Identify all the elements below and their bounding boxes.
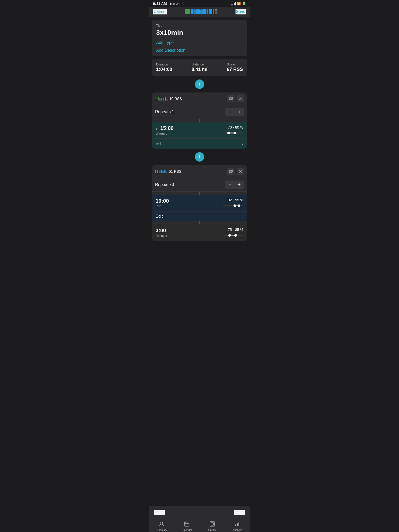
segment-rss-1: 51 RSS <box>169 169 181 174</box>
segment-block-0: 10 RSS ✕ Repeat x1 − + <box>152 92 247 149</box>
duration-value: 1:04:00 <box>156 67 172 72</box>
repeat-stepper-1: − + <box>225 181 244 189</box>
step-warmup: ⇄ 15:00 Warmup 70 - 80 % <box>152 122 247 149</box>
divider-between-steps <box>155 221 244 224</box>
save-button[interactable]: Save <box>235 9 246 15</box>
repeat-decrement-0-button[interactable]: − <box>225 108 235 116</box>
duplicate-segment-1-button[interactable] <box>227 168 235 175</box>
signal-icon <box>231 2 236 5</box>
segment-header-icons-0: ✕ <box>227 95 244 102</box>
repeat-row-0: Repeat x1 − + <box>152 105 247 119</box>
repeat-stepper-0: − + <box>225 108 244 116</box>
stat-duration: Duration 1:04:00 <box>156 63 172 72</box>
divider-0 <box>155 119 244 122</box>
step-run-slider[interactable] <box>223 205 243 206</box>
step-run-right: 92 - 95 % <box>223 198 243 206</box>
step-warmup-icon: ⇄ <box>156 126 159 130</box>
add-top-button[interactable]: + <box>195 79 204 89</box>
step-recover-left: 3:00 Recover <box>156 228 167 238</box>
add-description-button[interactable]: Add Description <box>156 48 243 53</box>
step-warmup-percent: 70 - 80 % <box>228 125 243 129</box>
stat-stress: Stress 67 RSS <box>227 63 243 72</box>
edit-warmup-row[interactable]: Edit › <box>152 138 247 149</box>
step-run-row: 10:00 Run 92 - 95 % <box>152 195 247 211</box>
segment-icon-1 <box>155 170 167 173</box>
stress-value: 67 RSS <box>227 67 243 72</box>
add-segment-top: + <box>149 76 250 92</box>
repeat-decrement-1-button[interactable]: − <box>225 181 235 189</box>
step-warmup-slider[interactable] <box>223 132 243 134</box>
segment-header-left-0: 10 RSS <box>155 97 182 101</box>
repeat-increment-1-button[interactable]: + <box>235 181 244 189</box>
segment-header-icons-1: ✕ <box>227 168 244 175</box>
workout-title[interactable]: 3x10min <box>156 29 243 37</box>
segment-rss-0: 10 RSS <box>169 97 182 101</box>
add-middle-button[interactable]: + <box>195 152 204 162</box>
divider-1 <box>155 192 244 195</box>
remove-segment-0-button[interactable]: ✕ <box>237 95 244 102</box>
add-type-button[interactable]: Add Type <box>156 40 243 45</box>
duplicate-segment-0-button[interactable] <box>227 95 235 102</box>
segment-header-left-1: 51 RSS <box>155 169 181 174</box>
step-recover: 3:00 Recover 75 - 85 % <box>152 224 247 241</box>
title-label: Title <box>156 24 243 28</box>
mini-bars-1 <box>157 170 167 173</box>
step-warmup-time: 15:00 <box>160 125 174 131</box>
step-run-type: Run <box>156 204 169 208</box>
step-run-time: 10:00 <box>156 198 169 204</box>
step-warmup-type: Warmup <box>156 132 174 135</box>
step-run: 10:00 Run 92 - 95 % Edit <box>152 195 247 221</box>
stress-label: Stress <box>227 63 243 66</box>
main-content: Title 3x10min Add Type Add Description D… <box>149 17 250 288</box>
edit-run-row[interactable]: Edit › <box>152 211 247 221</box>
edit-run-label: Edit <box>156 214 163 219</box>
mini-bars-0 <box>159 97 168 101</box>
duration-label: Duration <box>156 63 172 66</box>
step-run-percent: 92 - 95 % <box>228 198 243 202</box>
step-recover-row: 3:00 Recover 75 - 85 % <box>152 224 247 241</box>
stats-card: Duration 1:04:00 Distance 8.41 mi Stress… <box>152 59 247 76</box>
segment-header-1: 51 RSS ✕ <box>152 165 247 178</box>
stat-distance: Distance 8.41 mi <box>191 63 207 72</box>
chevron-run-icon: › <box>242 214 243 219</box>
status-time: 9:41 AM <box>153 2 167 6</box>
step-recover-type: Recover <box>156 234 167 238</box>
segment-icon-0 <box>155 97 168 101</box>
step-warmup-left: ⇄ 15:00 Warmup <box>156 125 174 135</box>
step-recover-time: 3:00 <box>156 228 167 234</box>
cancel-button[interactable]: Cancel <box>153 9 167 15</box>
nav-bar: Cancel Save <box>149 7 250 17</box>
workout-blocks-indicator <box>185 9 217 14</box>
add-segment-middle: + <box>149 149 250 165</box>
status-date: Tue Jan 9 <box>169 2 184 6</box>
chevron-warmup-icon: › <box>242 141 243 146</box>
remove-segment-1-button[interactable]: ✕ <box>237 168 244 175</box>
step-recover-right: 75 - 85 % <box>223 228 243 236</box>
repeat-row-1: Repeat x3 − + <box>152 178 247 192</box>
segment-block-1: 51 RSS ✕ Repeat x3 − + <box>152 165 247 241</box>
battery-icon: 🔋 <box>242 2 246 5</box>
status-icons: 📶 🔋 <box>231 2 246 5</box>
wifi-icon: 📶 <box>237 2 241 5</box>
step-run-left: 10:00 Run <box>156 198 169 208</box>
repeat-increment-0-button[interactable]: + <box>235 108 244 116</box>
status-bar: 9:41 AM Tue Jan 9 📶 🔋 <box>149 0 250 7</box>
distance-label: Distance <box>191 63 207 66</box>
distance-value: 8.41 mi <box>191 67 207 72</box>
step-recover-percent: 75 - 85 % <box>228 228 243 232</box>
step-warmup-right: 70 - 80 % <box>223 125 243 134</box>
step-warmup-row: ⇄ 15:00 Warmup 70 - 80 % <box>152 122 247 138</box>
step-recover-slider[interactable] <box>223 235 243 236</box>
title-card: Title 3x10min Add Type Add Description <box>152 20 247 56</box>
repeat-label-0: Repeat x1 <box>155 110 174 114</box>
segment-header-0: 10 RSS ✕ <box>152 92 247 105</box>
edit-warmup-label: Edit <box>156 141 163 146</box>
repeat-label-1: Repeat x3 <box>155 182 174 187</box>
